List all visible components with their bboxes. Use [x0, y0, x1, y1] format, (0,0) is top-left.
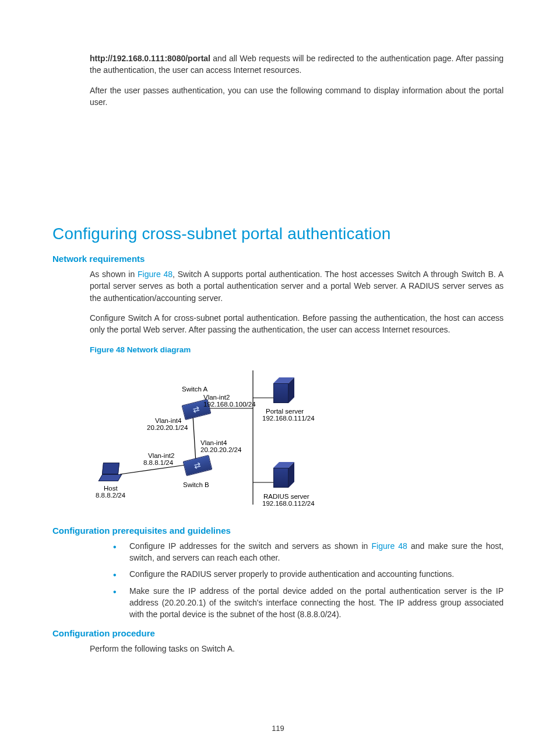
prereq-item-1: Configure IP addresses for the switch an…: [113, 540, 504, 564]
procedure-p1: Perform the following tasks on Switch A.: [90, 643, 504, 654]
switch-b-icon: [183, 454, 213, 475]
section-title: Configuring cross-subnet portal authenti…: [52, 225, 504, 243]
switch-a-vlan2-ip: 192.168.0.100/24: [203, 401, 256, 409]
intro-paragraph-2: After the user passes authentication, yo…: [90, 85, 504, 108]
switch-b-label: Switch B: [183, 481, 209, 489]
radius-server-ip: 192.168.0.112/24: [262, 500, 315, 508]
page-number: 119: [0, 724, 556, 733]
portal-server-icon: [273, 383, 294, 409]
network-req-p2: Configure Switch A for cross-subnet port…: [90, 312, 504, 336]
intro-paragraph-1: http://192.168.0.111:8080/portal and all…: [90, 52, 504, 76]
prereq-heading: Configuration prerequisites and guidelin…: [52, 526, 504, 536]
procedure-heading: Configuration procedure: [52, 628, 504, 638]
network-requirements-heading: Network requirements: [52, 254, 504, 264]
portal-url: http://192.168.0.111:8080/portal: [90, 54, 210, 63]
switch-a-label: Switch A: [182, 386, 207, 394]
switch-a-vlan4-ip: 20.20.20.1/24: [147, 424, 188, 432]
page: http://192.168.0.111:8080/portal and all…: [0, 0, 556, 756]
switch-b-vlan2-ip: 8.8.8.1/24: [143, 459, 173, 467]
svg-line-4: [193, 416, 196, 463]
network-req-p1: As shown in Figure 48, Switch A supports…: [90, 268, 504, 304]
diagram-wires: [90, 360, 358, 512]
network-diagram: Switch A Vlan-int2 192.168.0.100/24 Vlan…: [90, 360, 358, 512]
prereq-1-a: Configure IP addresses for the switch an…: [129, 541, 371, 551]
portal-server-ip: 192.168.0.111/24: [262, 415, 315, 423]
host-ip: 8.8.8.2/24: [96, 492, 125, 500]
figure-caption: Figure 48 Network diagram: [90, 345, 504, 354]
figure-48-link-2[interactable]: Figure 48: [371, 541, 407, 551]
host-icon: [100, 463, 124, 484]
figure-48-link[interactable]: Figure 48: [138, 270, 173, 279]
prereq-item-3: Make sure the IP address of the portal d…: [113, 585, 504, 621]
switch-b-vlan4-ip: 20.20.20.2/24: [200, 446, 241, 454]
radius-server-icon: [273, 468, 294, 494]
nr-p1-a: As shown in: [90, 270, 138, 279]
prereq-item-2: Configure the RADIUS server properly to …: [113, 568, 504, 580]
prereq-list: Configure IP addresses for the switch an…: [113, 540, 504, 621]
